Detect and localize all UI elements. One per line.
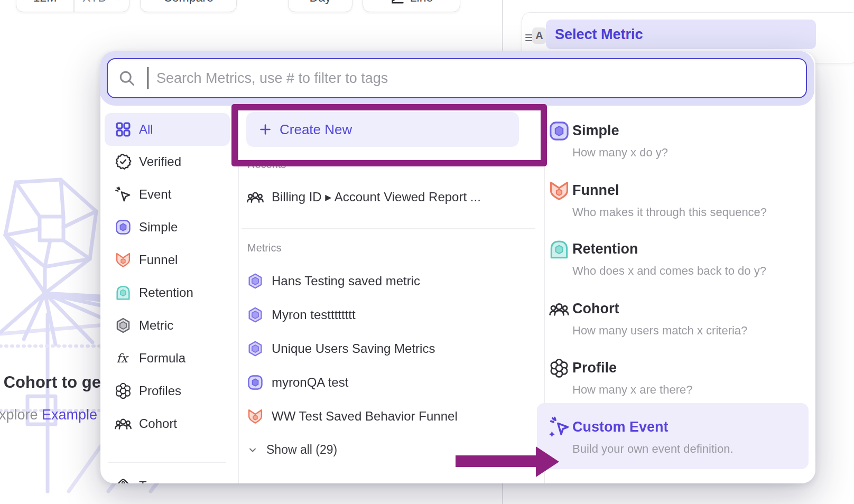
type-profile-subtitle: How many x are there? (572, 383, 692, 397)
create-new-label: Create New (280, 122, 352, 138)
series-a-badge: A (532, 27, 546, 44)
granularity-button[interactable]: Day (288, 0, 352, 12)
simple-metric-icon (114, 218, 132, 236)
explore-prefix: xplore (0, 407, 42, 423)
sidebar-item-event[interactable]: Event (105, 178, 230, 211)
show-all-button[interactable]: Show all (29) (247, 443, 337, 457)
type-custom-event-title[interactable]: Custom Event (572, 419, 669, 435)
type-profile-title[interactable]: Profile (572, 360, 617, 376)
select-metric-button[interactable]: Select Metric (546, 20, 816, 49)
metric-hexagon-icon (114, 316, 132, 334)
sidebar-item-cohort[interactable]: Cohort (105, 407, 230, 440)
text-caret (147, 67, 148, 89)
type-retention-subtitle: Who does x and comes back to do y? (572, 264, 766, 278)
sidebar-label: Metric (139, 318, 173, 333)
custom-event-highlight[interactable] (537, 403, 809, 469)
cohort-people-icon (114, 415, 132, 433)
chart-type-label: Line (410, 0, 433, 5)
profiles-flower-icon[interactable] (549, 358, 570, 379)
type-cohort-title[interactable]: Cohort (572, 301, 619, 317)
granularity-label: Day (310, 0, 331, 5)
profiles-flower-icon (114, 382, 132, 400)
retention-icon[interactable] (547, 238, 571, 261)
funnel-icon (246, 407, 264, 425)
type-funnel-title[interactable]: Funnel (572, 182, 619, 199)
recents-metrics-divider (242, 228, 535, 229)
funnel-icon[interactable] (547, 179, 571, 202)
sidebar-item-profiles[interactable]: Profiles (105, 375, 230, 407)
simple-metric-icon[interactable] (547, 119, 571, 143)
custom-event-icon[interactable] (547, 416, 571, 439)
funnel-icon (114, 251, 132, 269)
grid-icon (114, 120, 132, 138)
compare-label: Compare (163, 0, 214, 5)
formula-icon: fx (114, 349, 132, 367)
sidebar-label: Simple (139, 220, 178, 235)
verified-badge-icon (114, 153, 132, 171)
chart-type-button[interactable]: Line (363, 0, 460, 12)
type-cohort-subtitle: How many users match x criteria? (572, 324, 747, 338)
sidebar-label: Event (139, 187, 171, 202)
empty-state-headline: r Cohort to ge (0, 373, 101, 392)
range-12m-button[interactable]: 12M (16, 0, 73, 5)
empty-state-explore: xplore Example R (0, 407, 112, 423)
recent-item[interactable]: Billing ID ▸ Account Viewed Report ... (246, 188, 481, 206)
saved-metric-icon (246, 340, 264, 358)
metrics-heading: Metrics (247, 242, 281, 254)
sidebar-item-overflow[interactable]: T (105, 470, 230, 483)
metric-item-label: Myron testttttttt (272, 307, 356, 322)
metric-picker-dropdown: All Verified Event Simple (100, 51, 815, 483)
line-chart-icon (390, 0, 405, 5)
chevron-down-icon[interactable]: ▾ (116, 0, 120, 3)
sidebar-item-metric[interactable]: Metric (105, 309, 230, 342)
metric-item-label: Unique Users Saving Metrics (272, 341, 435, 356)
sidebar-label: Cohort (139, 416, 177, 431)
metric-list-item[interactable]: WW Test Saved Behavior Funnel (246, 407, 458, 425)
simple-metric-icon (246, 374, 264, 391)
plus-icon (259, 123, 272, 136)
recents-heading: Recents (247, 158, 286, 171)
metric-item-label: WW Test Saved Behavior Funnel (272, 409, 458, 424)
sidebar-label: Funnel (139, 253, 178, 267)
cohort-people-icon (246, 188, 264, 206)
sidebar-item-retention[interactable]: Retention (105, 276, 230, 309)
recent-item-label: Billing ID ▸ Account Viewed Report ... (272, 190, 481, 204)
search-icon (117, 69, 136, 88)
screen: 12M XTD ▾ Compare Day Line (0, 0, 854, 504)
sidebar-label: Retention (139, 285, 193, 300)
event-cursor-icon (114, 185, 132, 203)
retention-icon (114, 284, 132, 302)
select-metric-label: Select Metric (555, 26, 643, 43)
compare-button[interactable]: Compare (140, 0, 237, 12)
create-new-button[interactable]: Create New (246, 112, 519, 147)
sidebar-item-verified[interactable]: Verified (105, 145, 230, 178)
type-simple-subtitle: How many x do y? (572, 146, 668, 160)
chevron-down-icon (247, 445, 258, 455)
metric-list-item[interactable]: Myron testttttttt (246, 306, 356, 324)
sidebar-label: All (139, 122, 153, 137)
sidebar-label: Verified (139, 154, 181, 169)
metric-list-item[interactable]: myronQA test (246, 374, 348, 391)
cohort-people-icon[interactable] (549, 298, 570, 320)
tag-icon (114, 477, 132, 483)
type-custom-event-subtitle: Build your own event definition. (572, 442, 734, 456)
type-funnel-subtitle: Who makes it through this sequence? (572, 206, 767, 219)
sidebar-divider (238, 106, 239, 483)
svg-text:fx: fx (116, 351, 128, 365)
range-xtd-button[interactable]: XTD (73, 0, 116, 5)
metric-list-item[interactable]: Unique Users Saving Metrics (246, 340, 435, 358)
metric-item-label: Hans Testing saved metric (272, 274, 420, 288)
metric-list-item[interactable]: Hans Testing saved metric (246, 272, 420, 290)
saved-metric-icon (246, 272, 264, 290)
sidebar-item-funnel[interactable]: Funnel (105, 244, 230, 276)
metric-item-label: myronQA test (272, 375, 348, 390)
type-retention-title[interactable]: Retention (572, 241, 638, 257)
sidebar-label: T (139, 479, 147, 483)
type-simple-title[interactable]: Simple (572, 123, 619, 139)
sidebar-item-all[interactable]: All (105, 113, 230, 146)
date-range-group[interactable]: 12M XTD ▾ (16, 0, 129, 12)
search-input[interactable] (107, 58, 807, 98)
drag-handle-icon[interactable] (525, 32, 532, 43)
sidebar-item-simple[interactable]: Simple (105, 211, 230, 244)
sidebar-item-formula[interactable]: fx Formula (105, 342, 230, 375)
